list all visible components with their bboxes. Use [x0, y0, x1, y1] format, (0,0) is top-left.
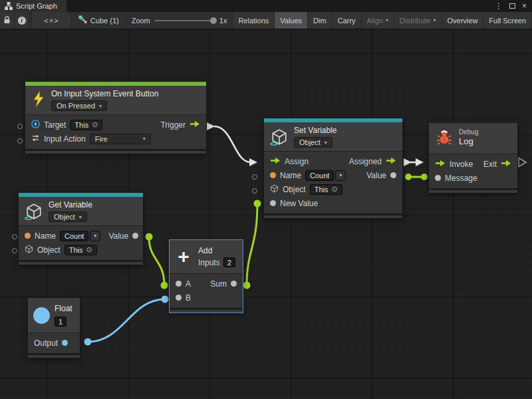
flow-port-assigned-out[interactable] [404, 158, 412, 166]
flow-port-trigger-out[interactable] [207, 122, 215, 130]
object-value: This [315, 186, 329, 194]
event-mode-dropdown[interactable]: On Pressed ▾ [51, 100, 107, 111]
toolbar-button-values[interactable]: Values [275, 12, 308, 29]
wire-float-to-b[interactable] [88, 299, 165, 342]
flow-port-assign-in[interactable] [249, 158, 257, 166]
toolbar-button-align[interactable]: Align▾ [362, 12, 394, 29]
sum-port-out[interactable] [243, 282, 251, 289]
value-port-dot[interactable] [390, 172, 396, 178]
name-value: Count [305, 170, 334, 181]
input-action-dropdown[interactable]: Fire ▾ [90, 134, 151, 144]
window-controls: ⋮ × [495, 0, 532, 12]
name-label: Name [35, 231, 56, 241]
newvalue-port-in[interactable] [254, 200, 261, 207]
node-title: Float [55, 304, 72, 313]
node-debug-log[interactable]: Debug Log Invoke Exit [429, 123, 517, 193]
zoom-slider-knob[interactable] [210, 17, 217, 24]
exit-label: Exit [483, 160, 497, 169]
wire-trigger-to-assign[interactable] [214, 126, 251, 162]
node-category: Debug [459, 128, 478, 136]
port-ring-object[interactable] [252, 188, 257, 194]
tab-script-graph[interactable]: Script Graph [0, 0, 66, 12]
add-b-port-in[interactable] [162, 296, 169, 303]
message-port-in[interactable] [421, 174, 428, 180]
flow-port-invoke-in[interactable] [416, 158, 424, 166]
inspect-button[interactable]: i [15, 12, 29, 29]
object-picker-icon[interactable]: ⊙ [92, 120, 98, 129]
variable-name-dropdown[interactable]: Count ▾ [60, 231, 100, 241]
window-menu-icon[interactable]: ⋮ [495, 2, 503, 10]
button-label: Overview [448, 17, 478, 25]
lock-button[interactable] [0, 12, 15, 29]
toolbar-button-distribute[interactable]: Distribute▾ [394, 12, 442, 29]
message-port-dot[interactable] [435, 175, 441, 181]
chevron-down-icon: ▾ [90, 231, 100, 241]
flow-arrow-icon [501, 160, 511, 169]
info-icon: i [18, 17, 26, 25]
value-port-dot[interactable] [132, 233, 138, 239]
toolbar-button-fullscreen[interactable]: Full Screen [483, 12, 532, 29]
target-object-field[interactable]: This ⊙ [70, 120, 102, 130]
object-picker-icon[interactable]: ⊙ [86, 245, 92, 254]
graph-canvas[interactable]: On Input System Event Button On Pressed … [0, 29, 532, 399]
value-port-out[interactable] [405, 174, 412, 180]
maximize-icon[interactable] [509, 3, 515, 9]
port-ring-get-object[interactable] [12, 248, 17, 253]
float-value-field[interactable]: 1 [55, 317, 66, 327]
get-value-port-out[interactable] [146, 233, 153, 241]
chevron-down-icon: ▾ [325, 140, 327, 146]
a-port-dot[interactable] [176, 281, 182, 287]
graph-context-label: Cube (1) [90, 17, 119, 25]
variable-name-dropdown[interactable]: Count ▾ [305, 170, 346, 181]
toolbar-button-carry[interactable]: Carry [332, 12, 362, 29]
wire-getvalue-to-a[interactable] [149, 237, 164, 285]
close-icon[interactable]: × [522, 2, 527, 10]
add-a-port-in[interactable] [161, 282, 168, 289]
zoom-label: Zoom [132, 17, 150, 25]
toolbar-button-relations[interactable]: Relations [233, 12, 275, 29]
graph-context-button[interactable]: Cube (1) [72, 12, 126, 29]
output-port-dot[interactable] [62, 340, 68, 346]
port-ring-input-action[interactable] [17, 138, 23, 144]
name-port-dot[interactable] [25, 233, 31, 239]
name-port-dot[interactable] [270, 172, 276, 178]
object-field[interactable]: This ⊙ [65, 245, 97, 255]
input-action-label: Input Action [44, 134, 86, 144]
node-title: Log [459, 136, 478, 146]
target-value: This [74, 121, 88, 129]
flow-arrow-icon [386, 157, 396, 166]
toolbar-button-dim[interactable]: Dim [308, 12, 332, 29]
sum-port-dot[interactable] [231, 281, 237, 287]
set-variable-kind-dropdown[interactable]: Object ▾ [294, 137, 332, 148]
object-field[interactable]: This ⊙ [310, 184, 342, 195]
node-float[interactable]: Float 1 Output [28, 298, 80, 358]
node-get-variable[interactable]: <> Get Variable Object ▾ Name Count ▾ [19, 193, 143, 265]
tab-bar: Script Graph ⋮ × [0, 0, 532, 12]
button-label: Full Screen [489, 17, 526, 25]
node-title: On Input System Event Button [51, 89, 158, 98]
preview-code-button[interactable]: <×> [32, 12, 72, 29]
node-set-variable[interactable]: <> Set Variable Object ▾ Assign [264, 118, 402, 218]
port-ring-name[interactable] [252, 174, 257, 180]
object-picker-icon[interactable]: ⊙ [331, 185, 337, 194]
variable-cube-icon: <> [271, 128, 288, 146]
port-ring-target[interactable] [17, 124, 23, 129]
zoom-slider[interactable] [154, 20, 215, 21]
new-value-port-dot[interactable] [270, 200, 276, 206]
wire-sum-to-newvalue[interactable] [247, 203, 257, 285]
get-variable-kind-dropdown[interactable]: Object ▾ [49, 211, 87, 222]
b-port-dot[interactable] [176, 295, 182, 301]
event-mode-value: On Pressed [57, 102, 95, 110]
bug-icon [436, 129, 453, 148]
float-output-port-out[interactable] [84, 338, 92, 346]
node-footer [19, 260, 143, 265]
inputs-count-field[interactable]: 2 [223, 257, 235, 267]
port-ring-get-name[interactable] [12, 234, 17, 239]
graph-asset-icon [78, 15, 87, 25]
node-on-input-system-event-button[interactable]: On Input System Event Button On Pressed … [25, 82, 206, 154]
assigned-label: Assigned [349, 157, 382, 166]
value-label: Value [366, 171, 386, 180]
flow-port-exit-unconnected[interactable] [519, 158, 526, 167]
toolbar-button-overview[interactable]: Overview [442, 12, 484, 29]
node-add[interactable]: + Add Inputs 2 A Sum [170, 240, 243, 313]
